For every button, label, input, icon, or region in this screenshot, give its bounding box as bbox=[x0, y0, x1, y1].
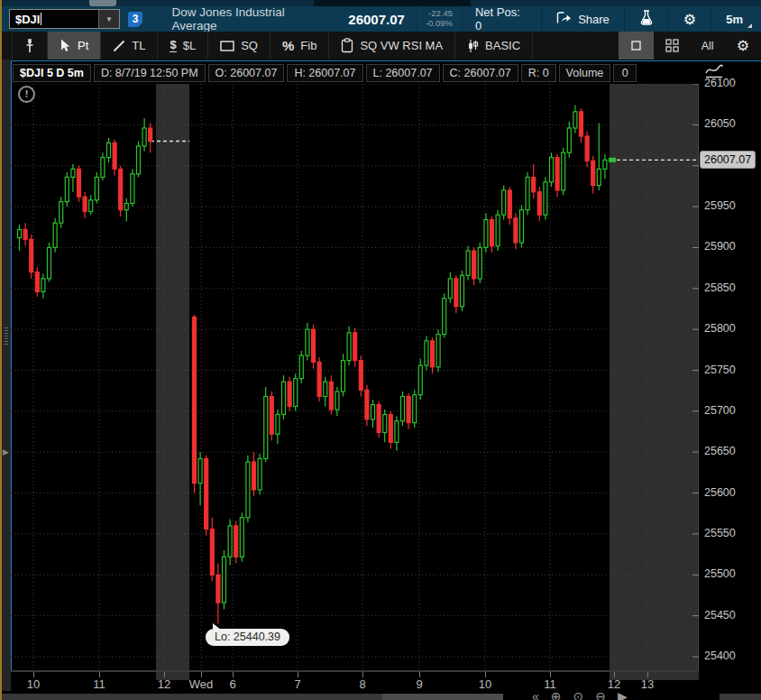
symbol-dropdown-button[interactable]: ▼ bbox=[98, 10, 119, 28]
candle-body bbox=[95, 177, 98, 199]
candle-body bbox=[389, 414, 392, 442]
expand-sidebar-arrow-icon[interactable]: ▶ bbox=[3, 447, 9, 456]
candle-body bbox=[234, 526, 238, 557]
candle-body bbox=[18, 229, 22, 237]
play-icon[interactable]: ▶ bbox=[618, 689, 628, 700]
zoom-in-icon[interactable]: ⊕ bbox=[551, 689, 562, 700]
header-low-field[interactable]: L: 26007.07 bbox=[366, 64, 440, 82]
candle-body bbox=[65, 177, 69, 201]
cropped-row-segment bbox=[314, 0, 471, 6]
candle-body bbox=[83, 197, 87, 211]
candle-body bbox=[299, 355, 303, 378]
header-high-field[interactable]: H: 26007.07 bbox=[287, 64, 362, 82]
grid-panes-icon bbox=[665, 39, 679, 52]
study-set-label: SQ VW RSI MA bbox=[360, 39, 443, 52]
candle-body bbox=[413, 395, 417, 423]
price-tick-label: 25700 bbox=[704, 404, 736, 417]
tool-price-level-label: $L bbox=[183, 39, 196, 52]
pin-toolbar-button[interactable] bbox=[12, 32, 48, 60]
candle-body bbox=[359, 361, 362, 391]
price-tick-label: 26050 bbox=[704, 117, 736, 130]
candle-body bbox=[603, 160, 607, 169]
bottom-control-strip: « ⊕ ⊙ ⊖ ▶ bbox=[2, 691, 761, 700]
candle-body bbox=[335, 391, 339, 410]
candle-body bbox=[264, 397, 268, 459]
candle-body bbox=[454, 279, 458, 307]
candle-body bbox=[124, 203, 128, 209]
timeframe-button[interactable]: 5m bbox=[711, 6, 761, 32]
fast-rewind-icon[interactable]: « bbox=[532, 689, 539, 700]
time-axis[interactable]: 101112Wed678910111213 bbox=[11, 671, 699, 691]
tool-trendline-label: TL bbox=[132, 39, 145, 52]
candle-body bbox=[395, 421, 399, 443]
header-date-field[interactable]: D: 8/7/19 12:50 PM bbox=[94, 64, 206, 82]
cropped-control-remnant bbox=[89, 0, 116, 6]
tool-pointer-button[interactable]: Pt bbox=[48, 32, 101, 60]
candle-body bbox=[317, 362, 321, 396]
price-tick-label: 25450 bbox=[704, 609, 736, 622]
volume-label[interactable]: Volume bbox=[559, 64, 611, 82]
style-basic-button[interactable]: BASIC bbox=[455, 32, 533, 60]
single-chart-layout-button[interactable] bbox=[619, 32, 654, 60]
candle-body bbox=[246, 462, 250, 518]
share-button[interactable]: Share bbox=[542, 6, 624, 32]
candle-body bbox=[491, 220, 494, 246]
price-axis[interactable]: 26007.07 2610026050260002595025900258502… bbox=[699, 61, 761, 691]
candle-body bbox=[431, 341, 435, 367]
tool-fibonacci-button[interactable]: % Fib bbox=[270, 32, 329, 60]
candle-body bbox=[484, 220, 488, 248]
tool-trendline-button[interactable]: TL bbox=[101, 32, 158, 60]
candle-body bbox=[371, 405, 375, 419]
clock-icon[interactable]: ⊙ bbox=[573, 689, 584, 700]
chart-settings-button[interactable]: ⚙ bbox=[669, 6, 711, 32]
chart-plot-area[interactable] bbox=[11, 84, 699, 671]
pin-icon bbox=[24, 39, 35, 53]
link-group-badge[interactable]: 3 bbox=[128, 12, 143, 27]
candle-body bbox=[48, 247, 51, 278]
toolbar-settings-button[interactable]: ⚙ bbox=[725, 32, 761, 60]
candle-body bbox=[448, 279, 452, 299]
header-close-field[interactable]: C: 26007.07 bbox=[443, 64, 518, 82]
tool-rectangle-button[interactable]: SQ bbox=[208, 32, 270, 60]
candle-body bbox=[555, 158, 559, 190]
candle-body bbox=[407, 397, 410, 423]
candle-body bbox=[137, 146, 141, 174]
candle-body bbox=[347, 333, 351, 361]
gear-icon: ⚙ bbox=[737, 37, 749, 54]
candle-body bbox=[89, 200, 93, 212]
all-button[interactable]: All bbox=[691, 32, 725, 60]
candle-body bbox=[228, 526, 232, 557]
drawing-toolbar: Pt TL $ $L SQ % Fib SQ VW RSI MA BASIC bbox=[2, 32, 761, 60]
chart-symbol-period[interactable]: $DJI 5 D 5m bbox=[13, 64, 91, 82]
time-tick-label: 10 bbox=[479, 677, 491, 691]
candle-body bbox=[597, 169, 601, 185]
tool-price-level-button[interactable]: $ $L bbox=[158, 32, 208, 60]
candle-body bbox=[223, 557, 226, 603]
price-tick-label: 25500 bbox=[704, 567, 736, 580]
gutter-grip-handle[interactable] bbox=[5, 326, 8, 345]
gridlines bbox=[11, 84, 699, 671]
analyze-flask-button[interactable] bbox=[625, 6, 668, 32]
zoom-out-icon[interactable]: ⊖ bbox=[595, 689, 606, 700]
price-tick-label: 25550 bbox=[704, 527, 736, 539]
price-tick-label: 25750 bbox=[704, 364, 736, 376]
header-open-field[interactable]: O: 26007.07 bbox=[208, 64, 285, 82]
instrument-title: Dow Jones Industrial Average bbox=[171, 5, 328, 32]
square-icon bbox=[220, 41, 234, 51]
time-tick-label: 9 bbox=[416, 677, 422, 691]
info-alert-icon[interactable]: ! bbox=[18, 86, 35, 103]
time-scrollbar-thumb[interactable] bbox=[382, 694, 503, 700]
thinkorswim-window: { "icons": { "dropdown": "▼", "gear": "⚙… bbox=[0, 0, 761, 700]
study-set-button[interactable]: SQ VW RSI MA bbox=[329, 32, 455, 60]
candle-body bbox=[329, 382, 333, 410]
header-range-field[interactable]: R: 0 bbox=[521, 64, 556, 82]
left-sidebar-gutter: ▶ bbox=[2, 60, 11, 700]
grid-layout-button[interactable] bbox=[654, 32, 691, 60]
candle-body bbox=[216, 575, 220, 603]
symbol-input[interactable]: $DJI ▼ bbox=[9, 9, 120, 29]
clipboard-icon bbox=[341, 38, 353, 53]
candle-body bbox=[401, 397, 405, 421]
candle-body bbox=[252, 462, 256, 490]
candle-body bbox=[53, 223, 57, 247]
price-tick-label: 25950 bbox=[704, 199, 736, 212]
